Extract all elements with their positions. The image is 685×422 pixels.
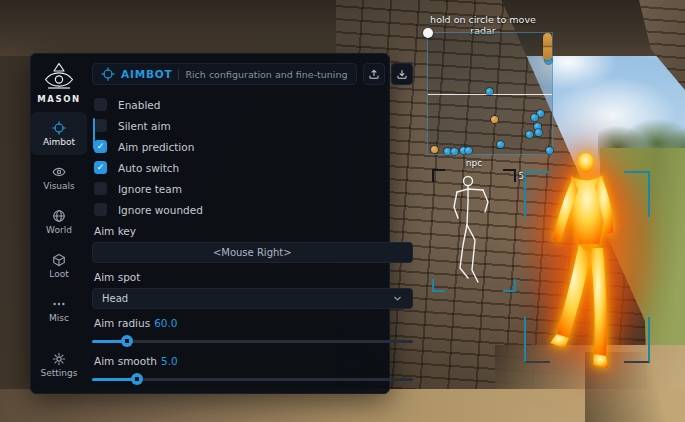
sidebar-item-world[interactable]: World	[31, 200, 87, 243]
npc-name-label: npc	[432, 158, 516, 168]
cube-icon	[52, 252, 66, 267]
radar[interactable]	[427, 32, 553, 155]
check-icon: ✓	[97, 142, 105, 151]
upload-icon	[368, 65, 380, 84]
radar-enemy-dot	[497, 141, 504, 148]
active-indicator	[93, 118, 96, 149]
checkbox-row[interactable]: ✓Auto switch	[92, 157, 413, 178]
gear-icon	[52, 351, 66, 366]
radar-enemy-dot	[451, 148, 458, 155]
cheat-menu-panel: MASON AimbotVisualsWorldLootMiscSettings…	[30, 53, 390, 394]
slider-track[interactable]	[92, 340, 413, 343]
menu-content: AIMBOT Rich configuration and fine-tunin…	[87, 54, 427, 393]
checkbox-list: EnabledSilent aim✓Aim prediction✓Auto sw…	[92, 94, 413, 220]
crosshair-icon	[101, 67, 115, 81]
radar-enemy-dot	[535, 129, 542, 136]
aim-spot-select[interactable]: Head	[92, 288, 413, 309]
radar-enemy-dot	[486, 88, 493, 95]
config-header-field: AIMBOT Rich configuration and fine-tunin…	[92, 63, 357, 85]
download-icon	[396, 65, 408, 84]
sidebar-item-misc[interactable]: Misc	[31, 288, 87, 331]
radar-enemy-dot	[546, 147, 553, 154]
sidebar: MASON AimbotVisualsWorldLootMiscSettings	[31, 54, 87, 393]
ellipsis-icon	[52, 296, 66, 311]
checkbox-row[interactable]: Ignore team	[92, 178, 413, 199]
radar-enemy-dot	[531, 114, 538, 121]
npc-distance-label: 5	[519, 171, 524, 181]
radar-enemy-dot	[465, 147, 472, 154]
checkbox[interactable]	[94, 203, 107, 216]
checkbox[interactable]: ✓	[94, 140, 107, 153]
crosshair-icon	[52, 120, 66, 135]
esp-corner	[524, 317, 550, 363]
sidebar-item-label: World	[46, 225, 72, 235]
checkbox-label: Enabled	[118, 99, 160, 111]
checkbox-row[interactable]: Silent aim	[92, 115, 413, 136]
sidebar-item-settings[interactable]: Settings	[31, 343, 87, 386]
sidebar-item-label: Misc	[49, 313, 69, 323]
sidebar-item-label: Settings	[41, 368, 78, 378]
upload-config-button[interactable]	[363, 63, 385, 85]
sidebar-item-aimbot[interactable]: Aimbot	[31, 112, 87, 155]
aim-key-bind-button[interactable]: <Mouse Right>	[92, 242, 413, 263]
sidebar-item-label: Aimbot	[43, 137, 75, 147]
radar-enemy-dot	[444, 148, 451, 155]
header-row: AIMBOT Rich configuration and fine-tunin…	[92, 63, 413, 85]
sidebar-item-label: Loot	[49, 269, 68, 279]
aim-radius-slider[interactable]	[92, 335, 413, 347]
aim-smooth-slider[interactable]	[92, 373, 413, 385]
aim-spot-value: Head	[102, 293, 392, 304]
checkbox[interactable]: ✓	[94, 161, 107, 174]
sidebar-nav: AimbotVisualsWorldLootMiscSettings	[31, 112, 87, 386]
brand-name: MASON	[37, 94, 81, 104]
checkbox[interactable]	[94, 98, 107, 111]
divider	[178, 69, 179, 80]
esp-corner	[524, 171, 550, 217]
checkbox-label: Ignore team	[118, 183, 182, 195]
radar-enemy-dot	[526, 131, 533, 138]
checkbox-row[interactable]: Enabled	[92, 94, 413, 115]
esp-corner	[624, 171, 650, 217]
checkbox-row[interactable]: Ignore wounded	[92, 199, 413, 220]
page-subtitle: Rich configuration and fine-tuning	[185, 69, 347, 80]
npc-esp-box: npc 5	[432, 169, 516, 292]
esp-corner	[624, 317, 650, 363]
sidebar-item-visuals[interactable]: Visuals	[31, 156, 87, 199]
check-icon: ✓	[97, 163, 105, 172]
aim-radius-label: Aim radius60.0	[94, 317, 413, 329]
radar-enemy-dot	[537, 110, 544, 117]
slider-thumb[interactable]	[131, 373, 143, 385]
aim-spot-label: Aim spot	[94, 271, 413, 283]
radar-drag-handle[interactable]	[423, 28, 433, 38]
checkbox-label: Auto switch	[118, 162, 179, 174]
checkbox-row[interactable]: ✓Aim prediction	[92, 136, 413, 157]
skeleton-esp	[432, 169, 516, 292]
aim-key-label: Aim key	[94, 225, 413, 237]
globe-icon	[52, 208, 66, 223]
player-esp-box	[524, 171, 650, 363]
brand: MASON	[37, 61, 81, 104]
eye-icon	[52, 164, 66, 179]
page-title: AIMBOT	[121, 68, 172, 80]
checkbox-label: Ignore wounded	[118, 204, 203, 216]
checkbox[interactable]	[94, 182, 107, 195]
radar-zoom-slider[interactable]	[543, 33, 552, 60]
aim-radius-value: 60.0	[154, 317, 177, 329]
slider-thumb[interactable]	[121, 335, 133, 347]
aim-smooth-label: Aim smooth5.0	[94, 355, 413, 367]
sidebar-item-label: Visuals	[43, 181, 75, 191]
checkbox[interactable]	[94, 119, 107, 132]
radar-friendly-dot	[491, 116, 498, 123]
download-config-button[interactable]	[391, 63, 413, 85]
eye-pyramid-icon	[41, 61, 77, 91]
sidebar-item-loot[interactable]: Loot	[31, 244, 87, 287]
radar-friendly-dot	[431, 146, 438, 153]
checkbox-label: Silent aim	[118, 120, 171, 132]
checkbox-label: Aim prediction	[118, 141, 194, 153]
chevron-down-icon	[392, 293, 403, 304]
aim-smooth-value: 5.0	[161, 355, 178, 367]
